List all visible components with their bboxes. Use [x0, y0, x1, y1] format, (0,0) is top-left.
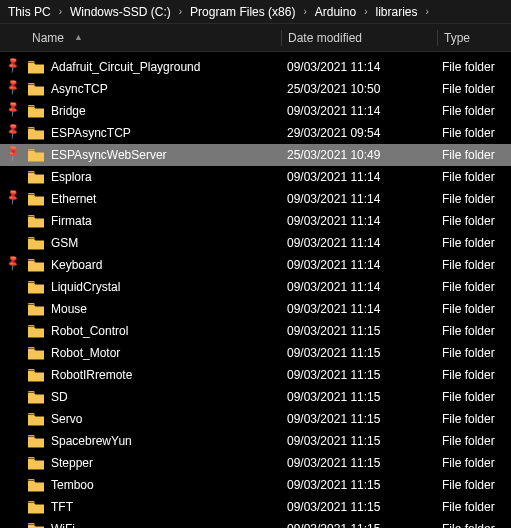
- file-name: Mouse: [51, 302, 87, 316]
- cell-name: Temboo: [0, 478, 281, 492]
- cell-name: Firmata: [0, 214, 281, 228]
- file-list: Adafruit_Circuit_Playground09/03/2021 11…: [0, 52, 511, 528]
- cell-name: Bridge: [0, 104, 281, 118]
- folder-icon: [28, 281, 44, 294]
- cell-date: 09/03/2021 11:14: [281, 192, 436, 206]
- cell-type: File folder: [436, 170, 511, 184]
- cell-date: 09/03/2021 11:15: [281, 368, 436, 382]
- cell-type: File folder: [436, 104, 511, 118]
- column-header-type[interactable]: Type: [438, 31, 511, 45]
- cell-date: 09/03/2021 11:15: [281, 390, 436, 404]
- quick-access-gutter: 📌📌📌📌📌📌📌: [0, 58, 15, 278]
- table-row[interactable]: TFT09/03/2021 11:15File folder: [0, 496, 511, 518]
- cell-name: SpacebrewYun: [0, 434, 281, 448]
- file-name: TFT: [51, 500, 73, 514]
- cell-name: Keyboard: [0, 258, 281, 272]
- breadcrumb-segment[interactable]: Arduino: [313, 3, 358, 21]
- breadcrumb-segment[interactable]: libraries: [373, 3, 419, 21]
- file-name: Robot_Control: [51, 324, 128, 338]
- column-header-date-label: Date modified: [288, 31, 362, 45]
- chevron-right-icon[interactable]: ›: [57, 6, 64, 17]
- cell-date: 09/03/2021 11:14: [281, 302, 436, 316]
- cell-type: File folder: [436, 236, 511, 250]
- cell-type: File folder: [436, 192, 511, 206]
- table-row[interactable]: SpacebrewYun09/03/2021 11:15File folder: [0, 430, 511, 452]
- folder-icon: [28, 303, 44, 316]
- file-name: WiFi: [51, 522, 75, 528]
- column-header-name-label: Name: [32, 31, 64, 45]
- cell-name: WiFi: [0, 522, 281, 528]
- cell-type: File folder: [436, 390, 511, 404]
- folder-icon: [28, 457, 44, 470]
- chevron-right-icon[interactable]: ›: [301, 6, 308, 17]
- cell-date: 09/03/2021 11:14: [281, 258, 436, 272]
- file-name: Adafruit_Circuit_Playground: [51, 60, 200, 74]
- file-name: GSM: [51, 236, 78, 250]
- table-row[interactable]: Robot_Motor09/03/2021 11:15File folder: [0, 342, 511, 364]
- file-name: Temboo: [51, 478, 94, 492]
- file-name: Keyboard: [51, 258, 102, 272]
- table-row[interactable]: SD09/03/2021 11:15File folder: [0, 386, 511, 408]
- folder-icon: [28, 215, 44, 228]
- table-row[interactable]: Mouse09/03/2021 11:14File folder: [0, 298, 511, 320]
- cell-name: TFT: [0, 500, 281, 514]
- cell-type: File folder: [436, 214, 511, 228]
- table-row[interactable]: WiFi09/03/2021 11:15File folder: [0, 518, 511, 528]
- folder-icon: [28, 105, 44, 118]
- chevron-right-icon[interactable]: ›: [177, 6, 184, 17]
- breadcrumb[interactable]: This PC›Windows-SSD (C:)›Program Files (…: [0, 0, 511, 24]
- table-row[interactable]: Bridge09/03/2021 11:14File folder: [0, 100, 511, 122]
- table-row[interactable]: GSM09/03/2021 11:14File folder: [0, 232, 511, 254]
- table-row[interactable]: Adafruit_Circuit_Playground09/03/2021 11…: [0, 56, 511, 78]
- folder-icon: [28, 347, 44, 360]
- chevron-right-icon[interactable]: ›: [362, 6, 369, 17]
- table-row[interactable]: ESPAsyncWebServer25/03/2021 10:49File fo…: [0, 144, 511, 166]
- table-row[interactable]: LiquidCrystal09/03/2021 11:14File folder: [0, 276, 511, 298]
- folder-icon: [28, 391, 44, 404]
- cell-date: 09/03/2021 11:14: [281, 170, 436, 184]
- table-row[interactable]: Servo09/03/2021 11:15File folder: [0, 408, 511, 430]
- folder-icon: [28, 325, 44, 338]
- column-header-date[interactable]: Date modified: [282, 31, 437, 45]
- cell-date: 09/03/2021 11:15: [281, 500, 436, 514]
- table-row[interactable]: Firmata09/03/2021 11:14File folder: [0, 210, 511, 232]
- table-row[interactable]: Ethernet09/03/2021 11:14File folder: [0, 188, 511, 210]
- file-name: SpacebrewYun: [51, 434, 132, 448]
- cell-date: 09/03/2021 11:14: [281, 214, 436, 228]
- table-row[interactable]: Esplora09/03/2021 11:14File folder: [0, 166, 511, 188]
- table-row[interactable]: Stepper09/03/2021 11:15File folder: [0, 452, 511, 474]
- cell-type: File folder: [436, 280, 511, 294]
- breadcrumb-segment[interactable]: Program Files (x86): [188, 3, 297, 21]
- table-row[interactable]: AsyncTCP25/03/2021 10:50File folder: [0, 78, 511, 100]
- cell-type: File folder: [436, 522, 511, 528]
- folder-icon: [28, 83, 44, 96]
- table-row[interactable]: Robot_Control09/03/2021 11:15File folder: [0, 320, 511, 342]
- table-row[interactable]: Keyboard09/03/2021 11:14File folder: [0, 254, 511, 276]
- cell-date: 09/03/2021 11:15: [281, 478, 436, 492]
- breadcrumb-segment[interactable]: This PC: [6, 3, 53, 21]
- folder-icon: [28, 435, 44, 448]
- cell-type: File folder: [436, 500, 511, 514]
- cell-name: Ethernet: [0, 192, 281, 206]
- file-name: Firmata: [51, 214, 92, 228]
- table-row[interactable]: Temboo09/03/2021 11:15File folder: [0, 474, 511, 496]
- cell-name: GSM: [0, 236, 281, 250]
- cell-date: 09/03/2021 11:15: [281, 346, 436, 360]
- folder-icon: [28, 479, 44, 492]
- table-row[interactable]: ESPAsyncTCP29/03/2021 09:54File folder: [0, 122, 511, 144]
- cell-name: Robot_Control: [0, 324, 281, 338]
- table-row[interactable]: RobotIRremote09/03/2021 11:15File folder: [0, 364, 511, 386]
- cell-type: File folder: [436, 456, 511, 470]
- chevron-right-icon[interactable]: ›: [424, 6, 431, 17]
- cell-type: File folder: [436, 302, 511, 316]
- cell-date: 09/03/2021 11:15: [281, 412, 436, 426]
- file-name: Ethernet: [51, 192, 96, 206]
- file-name: Stepper: [51, 456, 93, 470]
- cell-date: 09/03/2021 11:14: [281, 280, 436, 294]
- cell-date: 09/03/2021 11:14: [281, 236, 436, 250]
- cell-name: Stepper: [0, 456, 281, 470]
- breadcrumb-segment[interactable]: Windows-SSD (C:): [68, 3, 173, 21]
- folder-icon: [28, 259, 44, 272]
- column-header-name[interactable]: Name ▲: [0, 31, 281, 45]
- cell-type: File folder: [436, 60, 511, 74]
